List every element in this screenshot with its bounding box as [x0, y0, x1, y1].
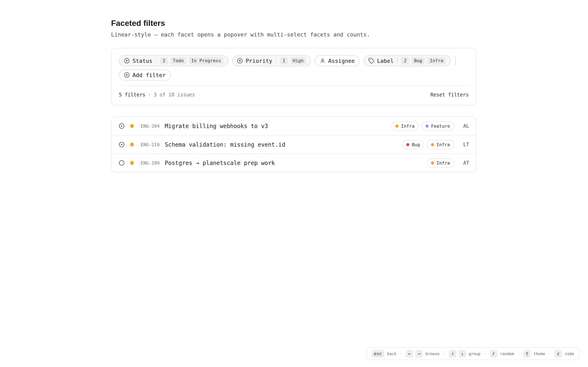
assignee-initials: LT — [459, 142, 469, 147]
facet-chips-row: Status 2 Todo In Progress Priority 1 Hig… — [119, 55, 469, 66]
label-pill[interactable]: Feature — [421, 122, 454, 131]
label-dot — [406, 143, 409, 146]
shortcut-separator: · — [549, 351, 551, 356]
issue-id: ENG-204 — [141, 124, 160, 129]
shortcut-separator: · — [518, 351, 520, 356]
chip-divider — [397, 58, 398, 64]
shortcut-label: code — [565, 351, 574, 356]
t-key[interactable]: t — [523, 350, 531, 358]
shortcut-group: ↑ ↓ group — [449, 350, 481, 358]
reset-filters-button[interactable]: Reset filters — [430, 92, 469, 98]
facet-label: Assignee — [328, 58, 355, 64]
label-pill[interactable]: Infra — [391, 122, 419, 131]
label-pill[interactable]: Infra — [427, 140, 454, 149]
filter-card: Status 2 Todo In Progress Priority 1 Hig… — [111, 48, 476, 105]
label-dot — [425, 125, 429, 128]
issue-id: ENG-189 — [141, 160, 160, 166]
shortcut-label: back — [387, 351, 397, 356]
page-subtitle: Linear-style — each facet opens a popove… — [111, 31, 476, 38]
shortcut-theme: t theme — [523, 350, 545, 358]
shortcut-back: esc back — [371, 350, 397, 358]
shortcut-separator: · — [484, 351, 486, 356]
shortcut-separator: · — [400, 351, 402, 356]
shortcut-label: group — [469, 351, 480, 356]
status-todo-icon[interactable] — [118, 160, 125, 166]
priority-dot — [130, 124, 134, 128]
add-filter-button[interactable]: Add filter — [119, 69, 171, 81]
shortcut-browse: ← → browse — [406, 350, 440, 358]
facet-value-badge[interactable]: High — [290, 57, 306, 64]
label-dot — [431, 143, 434, 146]
priority-dot — [130, 161, 134, 165]
facet-count-badge: 1 — [280, 57, 288, 64]
label-name: Feature — [431, 124, 450, 129]
label-name: Infra — [437, 160, 450, 166]
label-name: Bug — [412, 142, 420, 147]
shortcut-code: c code — [554, 350, 574, 358]
plus-circle-icon — [237, 58, 243, 64]
plus-circle-icon — [124, 58, 130, 64]
label-name: Infra — [401, 124, 415, 129]
arrow-left-key[interactable]: ← — [406, 350, 413, 358]
page-title: Faceted filters — [111, 19, 476, 28]
label-pill[interactable]: Bug — [402, 140, 424, 149]
arrow-up-key[interactable]: ↑ — [449, 350, 457, 358]
main-content: Faceted filters Linear-style — each face… — [111, 0, 476, 172]
plus-circle-icon — [124, 72, 130, 78]
facet-label: Priority — [246, 58, 272, 64]
filter-summary-row: 5 filters· 3 of 18 issues Reset filters — [119, 86, 469, 105]
facet-value-badge[interactable]: In Progress — [189, 57, 224, 64]
results-count-text: · 3 of 18 issues — [148, 92, 195, 98]
shortcut-random: r random — [490, 350, 514, 358]
label-name: Infra — [437, 142, 450, 147]
shortcut-label: random — [500, 351, 514, 356]
status-in-progress-icon[interactable] — [118, 123, 125, 129]
add-filter-label: Add filter — [132, 72, 166, 78]
status-in-progress-icon[interactable] — [118, 141, 125, 148]
facet-value-badge[interactable]: Bug — [412, 57, 425, 64]
arrow-right-key[interactable]: → — [415, 350, 423, 358]
filter-input-caret — [455, 55, 456, 66]
facet-chip-label[interactable]: Label 2 Bug Infra — [363, 55, 451, 66]
facet-count-badge: 2 — [401, 57, 409, 64]
facet-label: Status — [132, 58, 153, 64]
esc-key[interactable]: esc — [371, 350, 384, 358]
priority-dot — [130, 142, 134, 147]
filter-summary: 5 filters· 3 of 18 issues — [119, 92, 195, 98]
assignee-initials: AT — [459, 160, 469, 166]
person-icon — [320, 58, 326, 64]
facet-chip-assignee[interactable]: Assignee — [315, 55, 360, 66]
issue-title[interactable]: Postgres → planetscale prep work — [165, 160, 275, 166]
facet-chip-status[interactable]: Status 2 Todo In Progress — [119, 55, 228, 66]
shortcut-label: theme — [534, 351, 545, 356]
issue-row[interactable]: ENG-189 Postgres → planetscale prep work… — [112, 154, 476, 172]
shortcut-label: browse — [425, 351, 440, 356]
issue-row[interactable]: ENG-204 Migrate billing webhooks to v3 I… — [112, 117, 476, 135]
r-key[interactable]: r — [490, 350, 497, 358]
facet-value-badge[interactable]: Infra — [427, 57, 446, 64]
arrow-down-key[interactable]: ↓ — [458, 350, 466, 358]
issue-title[interactable]: Schema validation: missing event.id — [165, 141, 285, 148]
issue-title[interactable]: Migrate billing webhooks to v3 — [165, 123, 268, 129]
c-key[interactable]: c — [554, 350, 562, 358]
shortcut-separator: · — [443, 351, 445, 356]
add-filter-row: Add filter — [119, 69, 469, 81]
facet-count-badge: 2 — [160, 57, 168, 64]
issue-row[interactable]: ENG-210 Schema validation: missing event… — [112, 135, 476, 154]
issues-list: ENG-204 Migrate billing webhooks to v3 I… — [111, 117, 476, 172]
issue-id: ENG-210 — [141, 142, 160, 147]
facet-value-badge[interactable]: Todo — [171, 57, 186, 64]
facet-label: Label — [377, 58, 394, 64]
facet-chip-priority[interactable]: Priority 1 High — [232, 55, 311, 66]
label-dot — [396, 125, 398, 128]
filter-count-text: 5 filters — [119, 92, 145, 98]
chip-divider — [276, 58, 277, 64]
shortcut-bar: esc back · ← → browse · ↑ ↓ group · r ra… — [366, 347, 579, 360]
tag-icon — [368, 58, 374, 64]
label-pill[interactable]: Infra — [427, 158, 454, 167]
chip-divider — [156, 58, 156, 64]
assignee-initials: AL — [459, 123, 469, 129]
label-dot — [431, 161, 434, 165]
